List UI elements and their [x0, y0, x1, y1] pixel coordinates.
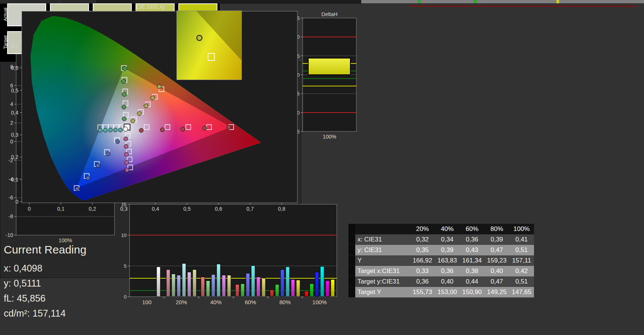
- cie-measured-point-magenta: [124, 137, 128, 141]
- table-cell-Target-y-CIE31-80%: 0,47: [484, 276, 509, 287]
- toolbar-progress-bar: [361, 0, 644, 3]
- delta-e-bar-60%-3: [251, 266, 255, 297]
- table-cell-y-CIE31-80%: 0,47: [484, 245, 509, 255]
- svg-text:0,1: 0,1: [57, 206, 65, 212]
- delta-e-bar-100-0: [157, 267, 160, 297]
- svg-text:0,2: 0,2: [89, 206, 96, 212]
- svg-text:0: 0: [124, 294, 127, 300]
- cie-inset-measured-point: [196, 35, 202, 41]
- cie-measured-point-magenta: [124, 144, 128, 148]
- cie-measured-point-blue: [86, 176, 90, 180]
- svg-text:0,6: 0,6: [11, 65, 19, 71]
- cie-measured-point-blue: [96, 163, 100, 168]
- svg-text:0,4: 0,4: [152, 206, 159, 212]
- table-row-handle: [348, 245, 355, 255]
- table-cell-y-CIE31-40%: 0,39: [435, 245, 460, 255]
- saturation-data-table: 20%40%60%80%100%x: CIE310,320,340,360,39…: [348, 224, 534, 297]
- table-header-40%: 40%: [435, 224, 460, 234]
- table-cell-Target-x-CIE31-80%: 0,40: [484, 266, 509, 276]
- delta-e-bar-100%-3: [320, 267, 324, 297]
- delta-e-bar-100%-2: [315, 272, 319, 297]
- table-cell-Target-Y-40%: 153,00: [435, 287, 460, 297]
- table-cell-Target-x-CIE31-100%: 0,42: [509, 266, 534, 276]
- delta-e-group-label: 100%: [312, 299, 327, 305]
- table-row-label: Target x:CIE31: [355, 266, 410, 276]
- cie-measured-point-yellow: [151, 96, 155, 100]
- table-row-handle: [348, 276, 355, 287]
- table-cell-Target-x-CIE31-40%: 0,36: [435, 266, 460, 276]
- cie-measured-point-green: [122, 117, 126, 121]
- delta-e-group-label: 40%: [210, 299, 222, 305]
- table-cell-y-CIE31-100%: 0,51: [509, 245, 534, 255]
- cie-inset-gamut-edge: [177, 11, 241, 80]
- table-cell-y-CIE31-20%: 0,35: [410, 245, 435, 255]
- svg-text:0,7: 0,7: [11, 43, 19, 49]
- delta-e-bar-20%-1: [172, 274, 175, 297]
- cie-white-point-measured: [123, 127, 128, 131]
- delta-e-group-label: 60%: [245, 299, 256, 305]
- cie-inset-target-square: [208, 53, 215, 61]
- table-cell-Y-20%: 166,92: [410, 255, 435, 266]
- reading-x: x: 0,4098: [4, 263, 42, 274]
- cie-measured-point-cyan: [103, 128, 107, 132]
- delta_h-bar-100%: [308, 58, 350, 75]
- cie-measured-point-cyan: [113, 128, 118, 132]
- progress-tick-green-1: [418, 0, 421, 3]
- delta-e-bar-60%-0: [235, 284, 239, 297]
- table-cell-Target-Y-60%: 150,90: [460, 287, 484, 297]
- delta-e-bar-80%-2: [281, 270, 284, 297]
- svg-text:-10: -10: [6, 232, 13, 238]
- delta-e-group-label: 20%: [176, 299, 187, 305]
- cie-measured-point-blue: [75, 187, 79, 191]
- cie-measured-point-magenta: [125, 160, 129, 164]
- delta-e-group-label: 80%: [279, 299, 291, 305]
- cie-measured-point-blue: [106, 152, 110, 156]
- delta-e-bar-40%-2: [211, 275, 215, 297]
- table-cell-Y-60%: 161,34: [460, 255, 484, 266]
- current-reading-title: Current Reading: [4, 243, 86, 256]
- svg-text:0: 0: [15, 199, 18, 205]
- table-header-80%: 80%: [484, 224, 509, 234]
- cie-measured-point-red: [203, 126, 207, 130]
- panel-accent-line: [410, 6, 637, 7]
- delta-e-bar-60%-5: [262, 278, 265, 297]
- delta-e-bar-100%-4: [326, 281, 329, 297]
- svg-text:0,5: 0,5: [11, 88, 19, 94]
- table-cell-Target-y-CIE31-60%: 0,44: [460, 276, 484, 287]
- cie-zoom-inset: [176, 11, 242, 80]
- svg-text:0,6: 0,6: [215, 206, 222, 212]
- table-cell-Target-Y-100%: 147,65: [509, 287, 534, 297]
- delta-e-bar-40%-3: [217, 264, 220, 297]
- cie-measured-point-red: [227, 125, 231, 129]
- delta-e-bar-40%-5: [227, 275, 231, 297]
- cie-diagram: 00,10,20,30,40,50,60,70,800,10,20,30,40,…: [0, 0, 300, 217]
- cie-measured-point-cyan: [108, 128, 112, 132]
- svg-text:0,3: 0,3: [120, 206, 128, 212]
- table-row-label: Y: [355, 255, 410, 266]
- table-cell-Target-Y-20%: 155,73: [410, 287, 435, 297]
- table-row-label: x: CIE31: [355, 234, 410, 245]
- table-cell-Y-100%: 157,11: [509, 255, 534, 266]
- delta-e-bar-40%-4: [222, 275, 226, 297]
- cie-measured-point-green: [123, 66, 127, 71]
- delta-e-bar-80%-1: [275, 284, 279, 297]
- table-row-handle: [348, 234, 355, 245]
- svg-text:0,8: 0,8: [278, 206, 285, 212]
- delta-e-bar-40%-0: [201, 277, 205, 297]
- reading-cdm2: cd/m²: 157,114: [4, 308, 66, 319]
- svg-text:0,5: 0,5: [183, 206, 191, 212]
- table-cell-x-CIE31-20%: 0,32: [410, 234, 435, 245]
- table-row-label: y: CIE31: [355, 245, 410, 255]
- cie-measured-point-magenta: [125, 168, 129, 172]
- reading-fl: fL: 45,856: [4, 293, 45, 304]
- table-row-label: Target Y: [355, 287, 410, 297]
- table-row-handle: [348, 255, 355, 266]
- delta-e-bar-80%-0: [270, 290, 274, 297]
- svg-text:10: 10: [121, 232, 127, 238]
- progress-tick-green-2: [474, 0, 477, 3]
- rgb-balance-xlabel: 100%: [16, 237, 115, 243]
- delta-e-bar-60%-1: [241, 284, 244, 297]
- cie-svg: 00,10,20,30,40,50,60,70,800,10,20,30,40,…: [0, 0, 300, 216]
- table-cell-Target-x-CIE31-60%: 0,38: [460, 266, 484, 276]
- table-header-100%: 100%: [509, 224, 534, 234]
